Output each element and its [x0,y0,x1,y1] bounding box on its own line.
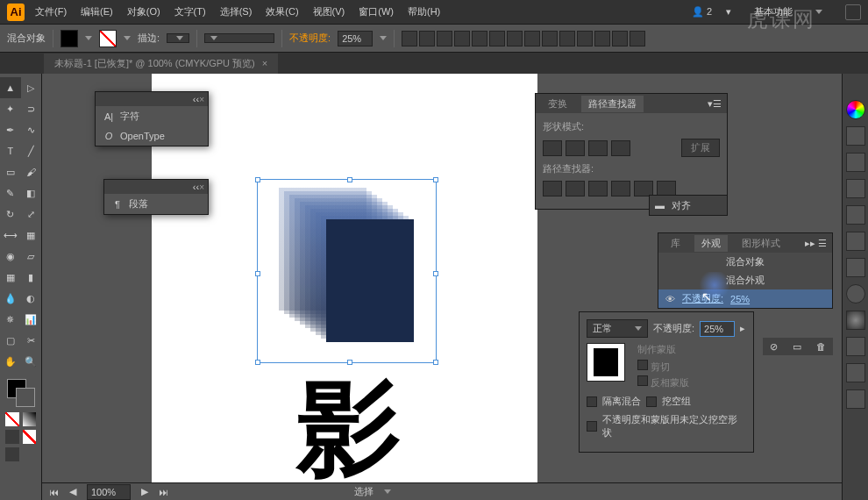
close-icon[interactable]: × [199,95,204,104]
align-icon[interactable] [612,31,628,46]
fill-swatch[interactable] [60,30,78,47]
align-icon[interactable] [630,31,645,46]
menu-file[interactable]: 文件(F) [35,5,67,18]
align-icon[interactable] [507,31,523,46]
zoom-tool[interactable]: 🔍 [21,351,42,372]
free-transform-tool[interactable]: ▦ [21,225,42,246]
opacity-thumbnail[interactable] [587,343,625,382]
search-box[interactable] [845,4,861,20]
width-tool[interactable]: ⟷ [0,225,21,246]
pencil-tool[interactable]: ✎ [0,182,21,204]
dock-icon[interactable] [846,205,865,225]
menu-object[interactable]: 对象(O) [127,5,160,18]
menu-effect[interactable]: 效果(C) [266,5,298,18]
panel-collapse-icon[interactable]: ‹‹ [193,94,199,104]
stroke-swatch[interactable] [99,30,117,47]
visibility-icon[interactable]: 👁 [665,294,675,304]
pathfinder-panel[interactable]: 变换 路径查找器 ▾☰ 形状模式: 扩展 路径查找器: [535,93,728,210]
fill-stroke-control[interactable] [7,379,35,407]
unite-icon[interactable] [543,140,562,156]
rotate-tool[interactable]: ↻ [0,204,21,225]
blend-mode-dropdown[interactable]: 正常 [587,319,648,338]
zoom-input[interactable] [87,484,131,500]
workspace-selector[interactable]: 基本功能 [754,5,793,18]
menu-select[interactable]: 选择(S) [220,5,253,18]
dock-icon[interactable] [846,363,865,382]
appearance-panel[interactable]: 库 外观 图形样式 ▸▸ ☰ 混合对象 混合外观 👁 不透明度: 25% [658,232,833,309]
dock-icon[interactable] [846,389,865,409]
transparency-panel[interactable]: 正常 不透明度: ▸ 制作蒙版 剪切 反相蒙版 隔离混合 挖空组 不透明度和蒙版… [579,311,754,453]
appearance-item[interactable]: 混合对象 [658,253,832,271]
libraries-tab[interactable]: 库 [664,235,687,252]
align-icon[interactable] [524,31,540,46]
nav-next-icon[interactable]: ▶ [141,486,148,497]
align-icon[interactable] [559,31,575,46]
divide-icon[interactable] [543,181,562,196]
transform-tab[interactable]: 变换 [541,96,574,112]
merge-icon[interactable] [588,181,608,196]
dock-icon[interactable] [846,232,865,251]
align-mini-panel[interactable]: ▬对齐 [649,195,728,216]
pen-tool[interactable]: ✒ [0,119,21,140]
curvature-tool[interactable]: ∿ [21,119,42,140]
slice-tool[interactable]: ✂ [21,330,42,351]
eraser-tool[interactable]: ◧ [21,182,42,204]
pathfinder-tab[interactable]: 路径查找器 [581,96,644,112]
exclude-icon[interactable] [611,140,630,156]
lasso-tool[interactable]: ⊃ [21,98,42,119]
invert-checkbox[interactable] [637,375,648,386]
rectangle-tool[interactable]: ▭ [0,161,21,182]
menu-window[interactable]: 窗口(W) [359,5,394,18]
shape-builder-tool[interactable]: ◉ [0,246,21,267]
close-icon[interactable]: × [199,182,204,192]
menu-help[interactable]: 帮助(H) [408,5,440,18]
minus-front-icon[interactable] [566,140,585,156]
dock-icon[interactable] [846,153,865,172]
graph-tool[interactable]: 📊 [21,309,42,330]
draw-mode-1[interactable] [5,430,19,444]
align-icon[interactable] [402,31,417,46]
gradient-tool[interactable]: ▮ [21,267,42,288]
dock-icon[interactable] [846,337,865,356]
menu-view[interactable]: 视图(V) [313,5,345,18]
artboard-tool[interactable]: ▢ [0,330,21,351]
align-icon[interactable] [542,31,558,46]
opacity-input[interactable] [338,31,373,46]
shape-defines-checkbox[interactable] [587,421,597,432]
brush-tool[interactable]: 🖌 [21,161,42,182]
stroke-weight[interactable] [167,33,189,43]
character-panel[interactable]: ‹‹× A|字符 OOpenType [95,91,209,146]
crop-icon[interactable] [611,181,630,196]
nav-last-icon[interactable]: ⏭ [159,487,168,497]
align-icon[interactable] [437,31,452,46]
close-icon[interactable]: × [262,58,267,68]
color-mode[interactable] [5,412,19,426]
draw-mode-2[interactable] [23,430,37,444]
trim-icon[interactable] [566,181,585,196]
knockout-checkbox[interactable] [646,396,657,407]
blend-artwork[interactable] [279,188,419,354]
align-icon[interactable] [577,31,593,46]
dock-color-icon[interactable] [846,100,865,119]
brush-def[interactable] [204,33,274,43]
scale-tool[interactable]: ⤢ [21,204,42,225]
new-stroke-icon[interactable]: ▭ [793,341,801,353]
opacity-input[interactable] [700,321,735,337]
doc-tab[interactable]: 未标题-1 [已恢复]* @ 100% (CMYK/GPU 预览) × [44,54,278,74]
screen-mode[interactable] [5,447,19,461]
dock-icon[interactable] [846,126,865,146]
make-mask-button[interactable]: 制作蒙版 [637,343,746,356]
selection-tool[interactable]: ▲ [0,77,21,98]
hand-tool[interactable]: ✋ [0,351,21,372]
expand-button[interactable]: 扩展 [681,139,720,157]
user-icon[interactable]: 👤 2▾ [692,6,731,18]
menu-edit[interactable]: 编辑(E) [81,5,113,18]
magic-wand-tool[interactable]: ✦ [0,98,21,119]
nav-prev-icon[interactable]: ◀ [69,486,76,497]
slider-icon[interactable]: ▸ [740,323,745,334]
dock-icon[interactable] [846,258,865,277]
align-icon[interactable] [472,31,487,46]
align-icon[interactable] [419,31,435,46]
dock-cc-icon[interactable] [846,284,865,304]
gradient-mode[interactable] [23,412,37,426]
